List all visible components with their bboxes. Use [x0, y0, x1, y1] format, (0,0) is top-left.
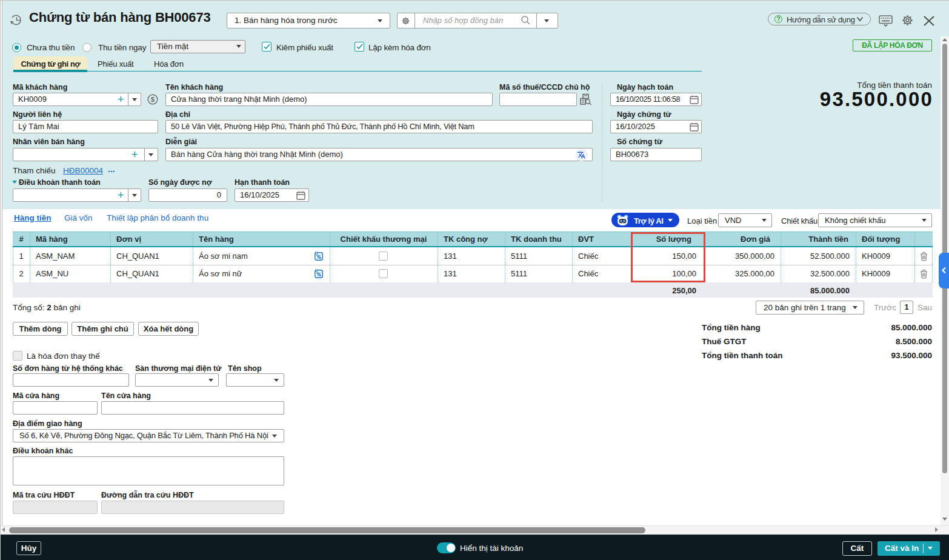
svg-text:$: $ — [151, 96, 155, 103]
